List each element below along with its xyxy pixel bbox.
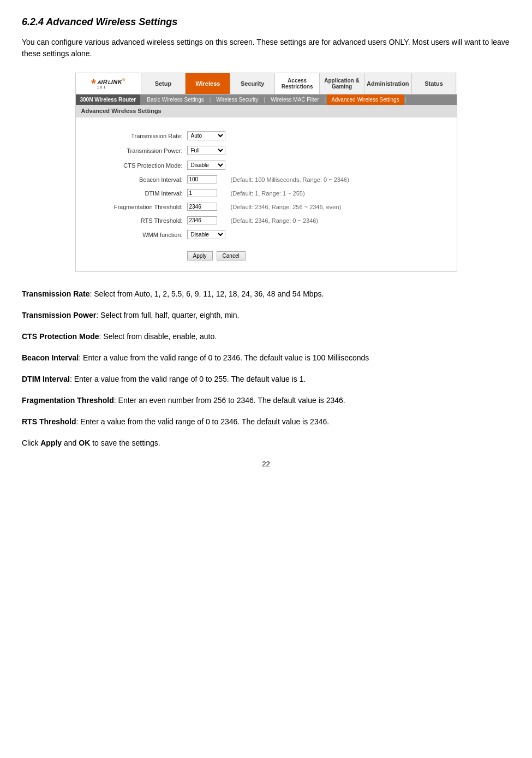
wmm-function-select[interactable]: Disable bbox=[187, 230, 225, 239]
transmission-rate-label: Transmission Rate: bbox=[87, 128, 185, 143]
beacon-interval-desc: Beacon Interval: Enter a value from the … bbox=[22, 352, 510, 364]
ok-bold: OK bbox=[79, 439, 90, 447]
table-row: Fragmentation Threshold: (Default: 2346,… bbox=[87, 200, 446, 214]
wmm-function-label: WMM function: bbox=[87, 227, 185, 242]
sub-nav-basic-wireless[interactable]: Basic Wireless Settings bbox=[142, 94, 208, 105]
airlink-wifi-icon: * bbox=[91, 76, 95, 91]
spacer-row bbox=[87, 242, 446, 248]
nav-tab-access-restrictions[interactable]: AccessRestrictions bbox=[275, 73, 320, 94]
apply-bold: Apply bbox=[40, 439, 62, 447]
table-row: DTIM Interval: (Default: 1, Range: 1 ~ 2… bbox=[87, 186, 446, 200]
rts-threshold-input[interactable] bbox=[187, 216, 217, 224]
transmission-rate-desc: Transmission Rate: Select from Auto, 1, … bbox=[22, 288, 510, 300]
click-note: Click Apply and OK to save the settings. bbox=[22, 437, 510, 449]
dtim-interval-input[interactable] bbox=[187, 189, 217, 197]
router-ui-screenshot: * ᴀIRʟINK® 101 Setup Wireless Security A… bbox=[75, 73, 457, 272]
beacon-interval-label: Beacon Interval: bbox=[87, 173, 185, 186]
transmission-power-label: Transmission Power: bbox=[87, 143, 185, 158]
transmission-rate-cell: Auto bbox=[185, 128, 229, 143]
router-topbar: * ᴀIRʟINK® 101 Setup Wireless Security A… bbox=[76, 73, 457, 94]
nav-tab-wireless[interactable]: Wireless bbox=[186, 73, 230, 94]
wmm-function-cell: Disable bbox=[185, 227, 229, 242]
beacon-interval-hint: (Default: 100 Milliseconds, Range: 0 ~ 2… bbox=[229, 173, 446, 186]
sub-nav-wireless-mac[interactable]: Wireless MAC Filter bbox=[266, 94, 323, 105]
dtim-interval-text: : Enter a value from the valid range of … bbox=[70, 375, 306, 383]
frag-threshold-term: Fragmentation Threshold bbox=[22, 396, 114, 405]
cts-protection-text: : Select from disable, enable, auto. bbox=[99, 332, 217, 341]
nav-tabs: Setup Wireless Security AccessRestrictio… bbox=[141, 73, 457, 94]
beacon-interval-term: Beacon Interval bbox=[22, 353, 79, 362]
transmission-rate-select[interactable]: Auto bbox=[187, 131, 225, 140]
cancel-button[interactable]: Cancel bbox=[217, 251, 246, 260]
click-note-prefix: Click bbox=[22, 439, 40, 447]
airlink-brand: ᴀIRʟINK® bbox=[97, 78, 125, 86]
rts-threshold-text: : Enter a value from the valid range of … bbox=[76, 417, 330, 426]
sub-nav-advanced-wireless[interactable]: Advanced Wireless Settings bbox=[327, 94, 404, 105]
table-row: CTS Protection Mode: Disable bbox=[87, 158, 446, 173]
intro-paragraph: You can configure various advanced wirel… bbox=[22, 37, 510, 60]
airlink-tagline: 101 bbox=[97, 85, 125, 89]
frag-threshold-label: Fragmentation Threshold: bbox=[87, 200, 185, 214]
nav-tab-administration[interactable]: Administration bbox=[364, 73, 412, 94]
sub-nav-wireless-security[interactable]: Wireless Security bbox=[212, 94, 262, 105]
transmission-power-term: Transmission Power bbox=[22, 311, 96, 319]
nav-tab-status[interactable]: Status bbox=[412, 73, 457, 94]
model-name: 300N Wireless Router bbox=[76, 94, 141, 105]
table-row: WMM function: Disable bbox=[87, 227, 446, 242]
nav-tab-setup[interactable]: Setup bbox=[141, 73, 186, 94]
router-subbar: 300N Wireless Router Basic Wireless Sett… bbox=[76, 94, 457, 105]
table-row: Transmission Rate: Auto bbox=[87, 128, 446, 143]
rts-threshold-desc: RTS Threshold: Enter a value from the va… bbox=[22, 416, 510, 428]
rts-threshold-hint: (Default: 2346, Range: 0 ~ 2346) bbox=[229, 214, 446, 227]
cts-protection-select[interactable]: Disable bbox=[187, 161, 225, 170]
beacon-interval-input[interactable] bbox=[187, 175, 217, 183]
transmission-power-desc: Transmission Power: Select from full, ha… bbox=[22, 310, 510, 321]
transmission-power-cell: Full bbox=[185, 143, 229, 158]
click-note-and: and bbox=[62, 439, 79, 447]
nav-tab-security[interactable]: Security bbox=[230, 73, 275, 94]
dtim-interval-cell bbox=[185, 186, 229, 200]
sub-nav: Basic Wireless Settings | Wireless Secur… bbox=[140, 94, 456, 105]
rts-threshold-term: RTS Threshold bbox=[22, 417, 76, 426]
table-row: Beacon Interval: (Default: 100 Milliseco… bbox=[87, 173, 446, 186]
dtim-interval-desc: DTIM Interval: Enter a value from the va… bbox=[22, 374, 510, 385]
cts-protection-cell: Disable bbox=[185, 158, 229, 173]
dtim-interval-hint: (Default: 1, Range: 1 ~ 255) bbox=[229, 186, 446, 200]
transmission-rate-term: Transmission Rate bbox=[22, 289, 90, 298]
page-title-bar: Advanced Wireless Settings bbox=[76, 105, 457, 117]
apply-button[interactable]: Apply bbox=[187, 251, 213, 260]
cts-protection-desc: CTS Protection Mode: Select from disable… bbox=[22, 331, 510, 342]
cts-protection-term: CTS Protection Mode bbox=[22, 332, 99, 341]
dtim-interval-label: DTIM Interval: bbox=[87, 186, 185, 200]
frag-threshold-text: : Enter an even number from 256 to 2346.… bbox=[114, 396, 345, 405]
rts-threshold-label: RTS Threshold: bbox=[87, 214, 185, 227]
router-logo: * ᴀIRʟINK® 101 bbox=[76, 73, 141, 94]
table-row: Transmission Power: Full bbox=[87, 143, 446, 158]
transmission-rate-text: : Select from Auto, 1, 2, 5.5, 6, 9, 11,… bbox=[90, 289, 324, 298]
frag-threshold-hint: (Default: 2346, Range: 256 ~ 2346, even) bbox=[229, 200, 446, 214]
nav-tab-application-gaming[interactable]: Application &Gaming bbox=[320, 73, 364, 94]
transmission-power-text: : Select from full, half, quarter, eight… bbox=[96, 311, 239, 319]
frag-threshold-cell bbox=[185, 200, 229, 214]
frag-threshold-desc: Fragmentation Threshold: Enter an even n… bbox=[22, 395, 510, 406]
rts-threshold-cell bbox=[185, 214, 229, 227]
button-cell: Apply Cancel bbox=[185, 248, 446, 263]
table-row: RTS Threshold: (Default: 2346, Range: 0 … bbox=[87, 214, 446, 227]
descriptions-section: Transmission Rate: Select from Auto, 1, … bbox=[22, 288, 510, 449]
settings-table: Transmission Rate: Auto Transmission Pow… bbox=[87, 128, 446, 263]
transmission-power-select[interactable]: Full bbox=[187, 146, 225, 155]
dtim-interval-term: DTIM Interval bbox=[22, 375, 70, 383]
page-number: 22 bbox=[22, 460, 510, 468]
cts-protection-label: CTS Protection Mode: bbox=[87, 158, 185, 173]
router-content: Transmission Rate: Auto Transmission Pow… bbox=[76, 117, 457, 271]
button-row: Apply Cancel bbox=[87, 248, 446, 263]
beacon-interval-cell bbox=[185, 173, 229, 186]
frag-threshold-input[interactable] bbox=[187, 203, 217, 211]
beacon-interval-text: : Enter a value from the valid range of … bbox=[79, 353, 369, 362]
page-title: 6.2.4 Advanced Wireless Settings bbox=[22, 16, 510, 28]
click-note-rest: to save the settings. bbox=[90, 439, 160, 447]
